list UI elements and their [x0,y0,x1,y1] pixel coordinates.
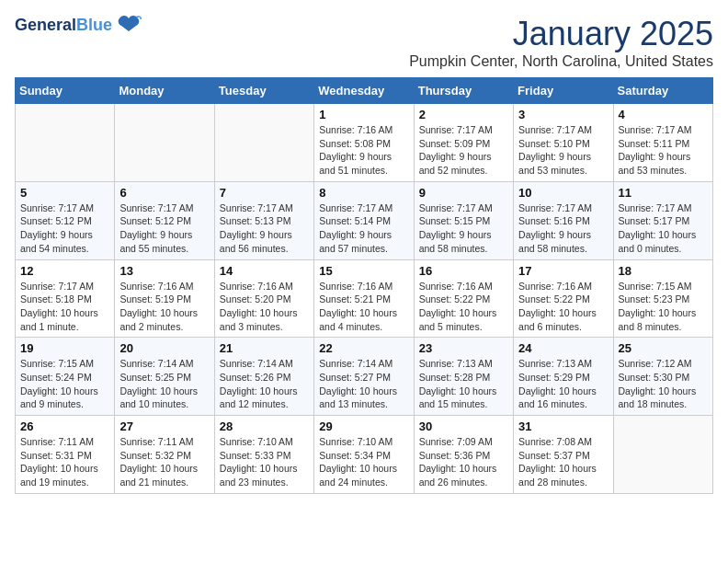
calendar-week-4: 19Sunrise: 7:15 AM Sunset: 5:24 PM Dayli… [16,338,713,416]
calendar-header: SundayMondayTuesdayWednesdayThursdayFrid… [16,78,713,104]
day-info: Sunrise: 7:16 AM Sunset: 5:21 PM Dayligh… [319,280,408,334]
day-number: 27 [119,419,209,433]
calendar-cell: 4Sunrise: 7:17 AM Sunset: 5:11 PM Daylig… [613,104,712,182]
calendar-cell: 26Sunrise: 7:11 AM Sunset: 5:31 PM Dayli… [16,416,115,494]
day-info: Sunrise: 7:16 AM Sunset: 5:22 PM Dayligh… [518,280,608,334]
calendar-cell: 28Sunrise: 7:10 AM Sunset: 5:33 PM Dayli… [214,416,313,494]
calendar-cell: 1Sunrise: 7:16 AM Sunset: 5:08 PM Daylig… [314,104,414,182]
day-info: Sunrise: 7:16 AM Sunset: 5:20 PM Dayligh… [220,280,309,334]
calendar-cell: 27Sunrise: 7:11 AM Sunset: 5:32 PM Dayli… [115,416,214,494]
day-info: Sunrise: 7:11 AM Sunset: 5:32 PM Dayligh… [119,435,209,489]
weekday-header-saturday: Saturday [613,78,712,104]
calendar-cell [214,104,313,182]
day-info: Sunrise: 7:08 AM Sunset: 5:37 PM Dayligh… [518,435,608,489]
day-info: Sunrise: 7:17 AM Sunset: 5:11 PM Dayligh… [619,123,708,178]
page-header: GeneralBlue January 2025 Pumpkin Center,… [15,15,713,70]
calendar-title: January 2025 [409,15,713,53]
day-info: Sunrise: 7:12 AM Sunset: 5:30 PM Dayligh… [619,357,708,411]
weekday-header-row: SundayMondayTuesdayWednesdayThursdayFrid… [16,78,713,104]
day-number: 6 [119,186,209,200]
calendar-cell: 9Sunrise: 7:17 AM Sunset: 5:15 PM Daylig… [414,181,513,259]
calendar-week-1: 1Sunrise: 7:16 AM Sunset: 5:08 PM Daylig… [16,104,713,182]
day-info: Sunrise: 7:14 AM Sunset: 5:25 PM Dayligh… [119,357,209,411]
day-info: Sunrise: 7:17 AM Sunset: 5:16 PM Dayligh… [518,201,608,256]
weekday-header-monday: Monday [115,78,214,104]
calendar-cell: 25Sunrise: 7:12 AM Sunset: 5:30 PM Dayli… [613,338,712,416]
logo: GeneralBlue [15,15,142,35]
calendar-cell: 15Sunrise: 7:16 AM Sunset: 5:21 PM Dayli… [314,259,414,338]
day-info: Sunrise: 7:09 AM Sunset: 5:36 PM Dayligh… [419,435,508,489]
calendar-cell: 19Sunrise: 7:15 AM Sunset: 5:24 PM Dayli… [16,338,115,416]
day-number: 22 [319,341,408,355]
day-number: 13 [119,264,209,278]
day-number: 11 [619,186,708,200]
day-info: Sunrise: 7:15 AM Sunset: 5:24 PM Dayligh… [20,357,109,411]
calendar-cell [115,104,214,182]
calendar-cell: 24Sunrise: 7:13 AM Sunset: 5:29 PM Dayli… [514,338,613,416]
title-block: January 2025 Pumpkin Center, North Carol… [409,15,713,70]
day-number: 23 [419,341,508,355]
weekday-header-wednesday: Wednesday [314,78,414,104]
day-number: 24 [518,341,608,355]
day-number: 8 [319,186,408,200]
day-info: Sunrise: 7:13 AM Sunset: 5:28 PM Dayligh… [419,357,508,411]
day-info: Sunrise: 7:16 AM Sunset: 5:22 PM Dayligh… [419,280,508,334]
day-number: 3 [518,108,608,121]
weekday-header-tuesday: Tuesday [214,78,313,104]
day-info: Sunrise: 7:17 AM Sunset: 5:14 PM Dayligh… [319,201,408,256]
calendar-cell [613,416,712,494]
calendar-cell: 11Sunrise: 7:17 AM Sunset: 5:17 PM Dayli… [613,181,712,259]
calendar-cell: 6Sunrise: 7:17 AM Sunset: 5:12 PM Daylig… [115,181,214,259]
day-number: 9 [419,186,508,200]
day-info: Sunrise: 7:15 AM Sunset: 5:23 PM Dayligh… [619,280,708,334]
calendar-cell: 16Sunrise: 7:16 AM Sunset: 5:22 PM Dayli… [414,259,513,338]
calendar-table: SundayMondayTuesdayWednesdayThursdayFrid… [15,77,713,494]
weekday-header-friday: Friday [514,78,613,104]
day-number: 16 [419,264,508,278]
day-info: Sunrise: 7:16 AM Sunset: 5:08 PM Dayligh… [319,123,408,178]
day-info: Sunrise: 7:17 AM Sunset: 5:13 PM Dayligh… [220,201,309,256]
day-number: 15 [319,264,408,278]
calendar-cell: 10Sunrise: 7:17 AM Sunset: 5:16 PM Dayli… [514,181,613,259]
day-number: 19 [20,341,109,355]
day-number: 10 [518,186,608,200]
calendar-cell: 30Sunrise: 7:09 AM Sunset: 5:36 PM Dayli… [414,416,513,494]
day-info: Sunrise: 7:17 AM Sunset: 5:12 PM Dayligh… [119,201,209,256]
calendar-cell: 31Sunrise: 7:08 AM Sunset: 5:37 PM Dayli… [514,416,613,494]
day-info: Sunrise: 7:10 AM Sunset: 5:33 PM Dayligh… [220,435,309,489]
day-number: 7 [220,186,309,200]
day-number: 28 [220,419,309,433]
day-info: Sunrise: 7:11 AM Sunset: 5:31 PM Dayligh… [20,435,109,489]
calendar-subtitle: Pumpkin Center, North Carolina, United S… [409,53,713,70]
calendar-cell: 23Sunrise: 7:13 AM Sunset: 5:28 PM Dayli… [414,338,513,416]
calendar-cell: 29Sunrise: 7:10 AM Sunset: 5:34 PM Dayli… [314,416,414,494]
logo-text: GeneralBlue [15,16,112,35]
day-info: Sunrise: 7:16 AM Sunset: 5:19 PM Dayligh… [119,280,209,334]
calendar-body: 1Sunrise: 7:16 AM Sunset: 5:08 PM Daylig… [16,104,713,494]
day-info: Sunrise: 7:17 AM Sunset: 5:10 PM Dayligh… [518,123,608,178]
weekday-header-sunday: Sunday [16,78,115,104]
day-number: 31 [518,419,608,433]
day-number: 30 [419,419,508,433]
calendar-week-2: 5Sunrise: 7:17 AM Sunset: 5:12 PM Daylig… [16,181,713,259]
day-info: Sunrise: 7:14 AM Sunset: 5:26 PM Dayligh… [220,357,309,411]
calendar-cell: 12Sunrise: 7:17 AM Sunset: 5:18 PM Dayli… [16,259,115,338]
day-number: 25 [619,341,708,355]
calendar-cell: 7Sunrise: 7:17 AM Sunset: 5:13 PM Daylig… [214,181,313,259]
calendar-week-5: 26Sunrise: 7:11 AM Sunset: 5:31 PM Dayli… [16,416,713,494]
calendar-cell: 20Sunrise: 7:14 AM Sunset: 5:25 PM Dayli… [115,338,214,416]
day-info: Sunrise: 7:17 AM Sunset: 5:09 PM Dayligh… [419,123,508,178]
calendar-cell: 22Sunrise: 7:14 AM Sunset: 5:27 PM Dayli… [314,338,414,416]
day-number: 17 [518,264,608,278]
day-number: 20 [119,341,209,355]
day-number: 4 [619,108,708,121]
day-number: 5 [20,186,109,200]
day-info: Sunrise: 7:17 AM Sunset: 5:17 PM Dayligh… [619,201,708,256]
day-number: 21 [220,341,309,355]
calendar-cell: 2Sunrise: 7:17 AM Sunset: 5:09 PM Daylig… [414,104,513,182]
day-info: Sunrise: 7:17 AM Sunset: 5:15 PM Dayligh… [419,201,508,256]
day-number: 1 [319,108,408,121]
calendar-cell: 18Sunrise: 7:15 AM Sunset: 5:23 PM Dayli… [613,259,712,338]
calendar-cell: 13Sunrise: 7:16 AM Sunset: 5:19 PM Dayli… [115,259,214,338]
calendar-cell: 17Sunrise: 7:16 AM Sunset: 5:22 PM Dayli… [514,259,613,338]
